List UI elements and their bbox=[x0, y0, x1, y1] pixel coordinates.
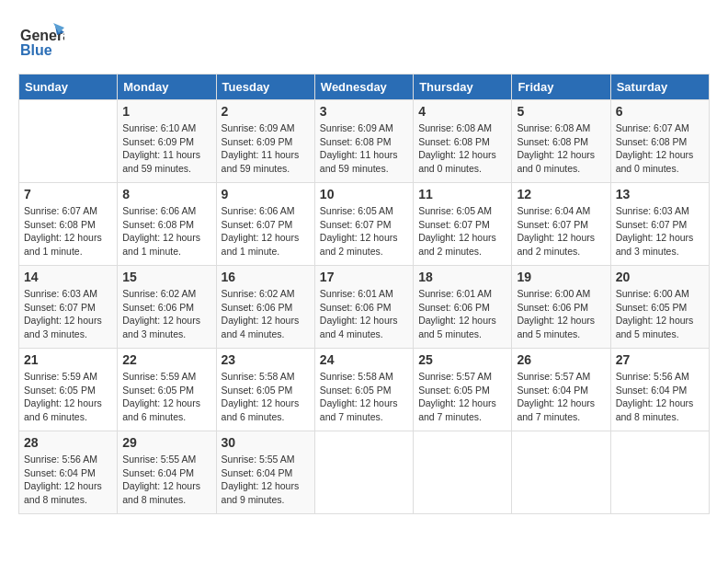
day-number: 3 bbox=[320, 104, 408, 119]
calendar-cell: 2Sunrise: 6:09 AMSunset: 6:09 PMDaylight… bbox=[216, 100, 314, 183]
calendar-cell: 6Sunrise: 6:07 AMSunset: 6:08 PMDaylight… bbox=[610, 100, 709, 183]
week-row-2: 7Sunrise: 6:07 AMSunset: 6:08 PMDaylight… bbox=[19, 183, 710, 266]
day-number: 20 bbox=[616, 270, 704, 284]
day-info: Sunrise: 6:03 AMSunset: 6:07 PMDaylight:… bbox=[616, 204, 704, 259]
calendar-cell: 21Sunrise: 5:59 AMSunset: 6:05 PMDayligh… bbox=[19, 349, 118, 431]
calendar-cell: 27Sunrise: 5:56 AMSunset: 6:04 PMDayligh… bbox=[610, 349, 709, 431]
calendar-cell: 19Sunrise: 6:00 AMSunset: 6:06 PMDayligh… bbox=[512, 266, 610, 349]
calendar-cell: 18Sunrise: 6:01 AMSunset: 6:06 PMDayligh… bbox=[414, 266, 512, 349]
week-row-1: 1Sunrise: 6:10 AMSunset: 6:09 PMDaylight… bbox=[19, 100, 710, 183]
day-number: 13 bbox=[616, 187, 704, 201]
weekday-header-tuesday: Tuesday bbox=[216, 75, 314, 100]
logo: General Blue bbox=[18, 18, 64, 64]
day-number: 22 bbox=[122, 352, 210, 367]
day-info: Sunrise: 6:05 AMSunset: 6:07 PMDaylight:… bbox=[320, 204, 408, 259]
day-info: Sunrise: 6:09 AMSunset: 6:09 PMDaylight:… bbox=[222, 121, 310, 176]
day-info: Sunrise: 6:07 AMSunset: 6:08 PMDaylight:… bbox=[24, 204, 112, 259]
day-number: 28 bbox=[24, 435, 112, 450]
day-info: Sunrise: 6:00 AMSunset: 6:06 PMDaylight:… bbox=[517, 287, 605, 341]
day-info: Sunrise: 6:05 AMSunset: 6:07 PMDaylight:… bbox=[418, 204, 506, 259]
day-number: 8 bbox=[122, 187, 210, 201]
calendar-cell: 25Sunrise: 5:57 AMSunset: 6:05 PMDayligh… bbox=[414, 349, 512, 431]
calendar-table: SundayMondayTuesdayWednesdayThursdayFrid… bbox=[18, 74, 710, 514]
day-info: Sunrise: 5:57 AMSunset: 6:05 PMDaylight:… bbox=[418, 370, 506, 424]
day-number: 25 bbox=[418, 352, 506, 367]
day-number: 6 bbox=[616, 104, 704, 119]
day-info: Sunrise: 6:04 AMSunset: 6:07 PMDaylight:… bbox=[517, 204, 605, 259]
day-number: 21 bbox=[24, 352, 112, 367]
calendar-cell bbox=[610, 431, 709, 514]
day-info: Sunrise: 6:00 AMSunset: 6:05 PMDaylight:… bbox=[616, 287, 704, 341]
calendar-cell: 10Sunrise: 6:05 AMSunset: 6:07 PMDayligh… bbox=[314, 183, 413, 266]
svg-text:Blue: Blue bbox=[20, 42, 52, 58]
day-number: 14 bbox=[24, 270, 112, 284]
day-number: 2 bbox=[222, 104, 310, 119]
week-row-5: 28Sunrise: 5:56 AMSunset: 6:04 PMDayligh… bbox=[19, 431, 710, 514]
day-number: 15 bbox=[122, 270, 210, 284]
day-info: Sunrise: 5:56 AMSunset: 6:04 PMDaylight:… bbox=[24, 453, 112, 507]
day-number: 16 bbox=[222, 270, 310, 284]
calendar-cell: 12Sunrise: 6:04 AMSunset: 6:07 PMDayligh… bbox=[512, 183, 610, 266]
calendar-cell: 11Sunrise: 6:05 AMSunset: 6:07 PMDayligh… bbox=[414, 183, 512, 266]
calendar-cell bbox=[314, 431, 413, 514]
calendar-cell: 26Sunrise: 5:57 AMSunset: 6:04 PMDayligh… bbox=[512, 349, 610, 431]
calendar-cell bbox=[414, 431, 512, 514]
weekday-header-monday: Monday bbox=[118, 75, 216, 100]
day-number: 24 bbox=[320, 352, 408, 367]
day-number: 12 bbox=[517, 187, 605, 201]
week-row-3: 14Sunrise: 6:03 AMSunset: 6:07 PMDayligh… bbox=[19, 266, 710, 349]
day-number: 27 bbox=[616, 352, 704, 367]
calendar-cell: 4Sunrise: 6:08 AMSunset: 6:08 PMDaylight… bbox=[414, 100, 512, 183]
day-info: Sunrise: 6:08 AMSunset: 6:08 PMDaylight:… bbox=[517, 121, 605, 176]
day-info: Sunrise: 5:59 AMSunset: 6:05 PMDaylight:… bbox=[122, 370, 210, 424]
day-number: 11 bbox=[418, 187, 506, 201]
calendar-cell: 1Sunrise: 6:10 AMSunset: 6:09 PMDaylight… bbox=[118, 100, 216, 183]
calendar-cell bbox=[512, 431, 610, 514]
day-info: Sunrise: 6:06 AMSunset: 6:07 PMDaylight:… bbox=[222, 204, 310, 259]
weekday-header-thursday: Thursday bbox=[414, 75, 512, 100]
day-info: Sunrise: 6:06 AMSunset: 6:08 PMDaylight:… bbox=[122, 204, 210, 259]
weekday-header-wednesday: Wednesday bbox=[314, 75, 413, 100]
weekday-header-friday: Friday bbox=[512, 75, 610, 100]
day-info: Sunrise: 6:08 AMSunset: 6:08 PMDaylight:… bbox=[418, 121, 506, 176]
calendar-cell: 3Sunrise: 6:09 AMSunset: 6:08 PMDaylight… bbox=[314, 100, 413, 183]
calendar-cell: 29Sunrise: 5:55 AMSunset: 6:04 PMDayligh… bbox=[118, 431, 216, 514]
logo-icon: General Blue bbox=[18, 18, 64, 64]
calendar-cell: 24Sunrise: 5:58 AMSunset: 6:05 PMDayligh… bbox=[314, 349, 413, 431]
day-info: Sunrise: 6:02 AMSunset: 6:06 PMDaylight:… bbox=[222, 287, 310, 341]
calendar-cell: 16Sunrise: 6:02 AMSunset: 6:06 PMDayligh… bbox=[216, 266, 314, 349]
calendar-cell: 13Sunrise: 6:03 AMSunset: 6:07 PMDayligh… bbox=[610, 183, 709, 266]
day-info: Sunrise: 5:58 AMSunset: 6:05 PMDaylight:… bbox=[320, 370, 408, 424]
calendar-cell: 23Sunrise: 5:58 AMSunset: 6:05 PMDayligh… bbox=[216, 349, 314, 431]
calendar-cell: 17Sunrise: 6:01 AMSunset: 6:06 PMDayligh… bbox=[314, 266, 413, 349]
calendar-cell: 9Sunrise: 6:06 AMSunset: 6:07 PMDaylight… bbox=[216, 183, 314, 266]
day-number: 9 bbox=[222, 187, 310, 201]
day-number: 23 bbox=[222, 352, 310, 367]
calendar-cell: 7Sunrise: 6:07 AMSunset: 6:08 PMDaylight… bbox=[19, 183, 118, 266]
day-number: 4 bbox=[418, 104, 506, 119]
day-info: Sunrise: 6:02 AMSunset: 6:06 PMDaylight:… bbox=[122, 287, 210, 341]
week-row-4: 21Sunrise: 5:59 AMSunset: 6:05 PMDayligh… bbox=[19, 349, 710, 431]
day-number: 1 bbox=[122, 104, 210, 119]
day-info: Sunrise: 5:55 AMSunset: 6:04 PMDaylight:… bbox=[222, 453, 310, 507]
day-info: Sunrise: 6:03 AMSunset: 6:07 PMDaylight:… bbox=[24, 287, 112, 341]
day-number: 7 bbox=[24, 187, 112, 201]
day-info: Sunrise: 5:55 AMSunset: 6:04 PMDaylight:… bbox=[122, 453, 210, 507]
weekday-header-row: SundayMondayTuesdayWednesdayThursdayFrid… bbox=[19, 75, 710, 100]
day-number: 10 bbox=[320, 187, 408, 201]
calendar-cell: 22Sunrise: 5:59 AMSunset: 6:05 PMDayligh… bbox=[118, 349, 216, 431]
weekday-header-saturday: Saturday bbox=[610, 75, 709, 100]
day-number: 5 bbox=[517, 104, 605, 119]
calendar-cell: 5Sunrise: 6:08 AMSunset: 6:08 PMDaylight… bbox=[512, 100, 610, 183]
day-number: 26 bbox=[517, 352, 605, 367]
calendar-cell bbox=[19, 100, 118, 183]
day-info: Sunrise: 6:01 AMSunset: 6:06 PMDaylight:… bbox=[320, 287, 408, 341]
day-number: 17 bbox=[320, 270, 408, 284]
calendar-cell: 28Sunrise: 5:56 AMSunset: 6:04 PMDayligh… bbox=[19, 431, 118, 514]
calendar-cell: 15Sunrise: 6:02 AMSunset: 6:06 PMDayligh… bbox=[118, 266, 216, 349]
calendar-cell: 20Sunrise: 6:00 AMSunset: 6:05 PMDayligh… bbox=[610, 266, 709, 349]
day-info: Sunrise: 5:58 AMSunset: 6:05 PMDaylight:… bbox=[222, 370, 310, 424]
day-number: 19 bbox=[517, 270, 605, 284]
day-number: 30 bbox=[222, 435, 310, 450]
day-info: Sunrise: 6:01 AMSunset: 6:06 PMDaylight:… bbox=[418, 287, 506, 341]
